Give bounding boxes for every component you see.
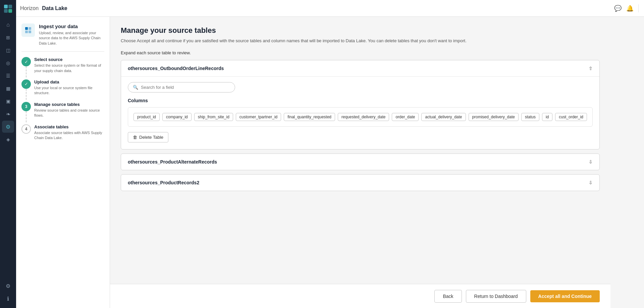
step-2-desc: Use your local or source system file str…: [34, 85, 104, 96]
ingest-desc: Upload, review, and associate your sourc…: [39, 30, 104, 46]
step-4-desc: Associate source tables with AWS Supply …: [34, 130, 104, 141]
delete-label: Delete Table: [139, 135, 163, 140]
leaf-icon[interactable]: ❧: [2, 108, 14, 120]
source-table-1-header[interactable]: othersources_OutboundOrderLineRecords ⇧: [121, 60, 599, 76]
ingest-icon: [21, 23, 35, 37]
trash-icon: 🗑: [133, 135, 137, 140]
source-table-3-header[interactable]: othersources_ProductRecords2 ⇩: [121, 175, 599, 191]
calendar-icon[interactable]: ▣: [2, 95, 14, 107]
app-logo[interactable]: [2, 3, 14, 15]
content-area: Manage your source tables Choose Accept …: [110, 17, 610, 284]
source-table-1: othersources_OutboundOrderLineRecords ⇧ …: [121, 60, 600, 149]
chat-icon[interactable]: 💬: [614, 5, 622, 12]
svg-rect-2: [4, 9, 8, 13]
page-title: Manage your source tables: [121, 26, 600, 35]
grid-icon[interactable]: ⊞: [2, 32, 14, 44]
delete-table-button[interactable]: 🗑 Delete Table: [128, 132, 168, 142]
column-tag: cust_order_id: [555, 113, 587, 121]
column-tag: company_id: [162, 113, 192, 121]
accept-all-button[interactable]: Accept all and Continue: [530, 290, 600, 302]
columns-label: Columns: [128, 98, 593, 103]
column-tag: order_date: [392, 113, 419, 121]
step-4-num: 4: [21, 124, 31, 134]
step-2-label: Upload data: [34, 79, 104, 84]
column-tag: id: [542, 113, 552, 121]
step-3-desc: Review source tables and create source f…: [34, 108, 104, 118]
page-desc: Choose Accept all and continue if you ar…: [121, 38, 490, 44]
column-tag: status: [521, 113, 539, 121]
ingest-title: Ingest your data: [39, 23, 104, 29]
source-table-1-name: othersources_OutboundOrderLineRecords: [128, 66, 224, 71]
source-table-1-body: 🔍 Columns product_idcompany_idship_from_…: [121, 76, 599, 149]
source-table-2-header[interactable]: othersources_ProductAlternateRecords ⇩: [121, 154, 599, 170]
search-input[interactable]: [141, 85, 230, 90]
svg-rect-0: [4, 5, 8, 8]
step-3-label: Manage source tables: [34, 102, 104, 107]
step-1-desc: Select the source system or file format …: [34, 63, 104, 73]
step-2-num: ✓: [21, 79, 31, 89]
home-icon[interactable]: ⌂: [2, 19, 14, 31]
icon-sidebar: ⌂ ⊞ ◫ ◎ ☰ ▦ ▣ ❧ ⚙ ◈ ⚙ ℹ: [0, 0, 16, 308]
step-3-num: 3: [21, 102, 31, 111]
step-1-num: ✓: [21, 57, 31, 66]
source-table-3: othersources_ProductRecords2 ⇩: [121, 174, 600, 191]
svg-rect-1: [8, 5, 12, 8]
column-tag: product_id: [133, 113, 160, 121]
column-tag: customer_tpartner_id: [236, 113, 281, 121]
info-icon[interactable]: ℹ: [2, 293, 14, 305]
search-box[interactable]: 🔍: [128, 82, 235, 93]
source-table-2-chevron: ⇩: [589, 159, 593, 165]
svg-rect-4: [25, 27, 28, 30]
box-icon[interactable]: ◫: [2, 44, 14, 56]
step-4: 4 Associate tables Associate source tabl…: [21, 124, 104, 141]
step-2: ✓ Upload data Use your local or source s…: [21, 79, 104, 96]
gear-active-icon[interactable]: ⚙: [2, 121, 14, 133]
svg-rect-6: [25, 30, 28, 33]
columns-container: product_idcompany_idship_from_site_idcus…: [128, 107, 593, 127]
source-table-2-name: othersources_ProductAlternateRecords: [128, 159, 217, 165]
source-table-3-name: othersources_ProductRecords2: [128, 180, 199, 185]
columns-grid: product_idcompany_idship_from_site_idcus…: [133, 113, 587, 121]
columns-section: Columns product_idcompany_idship_from_si…: [128, 98, 593, 127]
column-tag: ship_from_site_id: [194, 113, 233, 121]
bell-icon[interactable]: 🔔: [626, 5, 634, 12]
search-icon: 🔍: [133, 85, 138, 90]
column-tag: actual_delivery_date: [421, 113, 466, 121]
step-1-label: Select source: [34, 57, 104, 62]
step-panel: Ingest your data Upload, review, and ass…: [16, 17, 110, 308]
step-3: 3 Manage source tables Review source tab…: [21, 102, 104, 118]
list-icon[interactable]: ☰: [2, 70, 14, 82]
source-table-2: othersources_ProductAlternateRecords ⇩: [121, 153, 600, 170]
column-tag: promised_delivery_date: [469, 113, 519, 121]
brand-datalake: Data Lake: [42, 5, 67, 11]
diamond-icon[interactable]: ◈: [2, 133, 14, 145]
column-tag: requested_delivery_date: [338, 113, 389, 121]
source-table-3-chevron: ⇩: [589, 180, 593, 185]
source-table-1-chevron: ⇧: [589, 66, 593, 71]
svg-rect-3: [8, 9, 12, 13]
column-tag: final_quantity_requested: [284, 113, 335, 121]
return-to-dashboard-button[interactable]: Return to Dashboard: [466, 290, 526, 303]
step-4-label: Associate tables: [34, 124, 104, 129]
svg-rect-5: [29, 27, 31, 30]
expand-hint: Expand each source table to review.: [121, 50, 600, 55]
brand-horizon: Horizon: [20, 5, 39, 11]
back-button[interactable]: Back: [434, 290, 462, 303]
settings-bottom-icon[interactable]: ⚙: [2, 280, 14, 292]
location-icon[interactable]: ◎: [2, 57, 14, 69]
chart-icon[interactable]: ▦: [2, 82, 14, 95]
step-1: ✓ Select source Select the source system…: [21, 57, 104, 73]
footer: Back Return to Dashboard Accept all and …: [110, 284, 610, 308]
svg-rect-7: [29, 30, 31, 33]
